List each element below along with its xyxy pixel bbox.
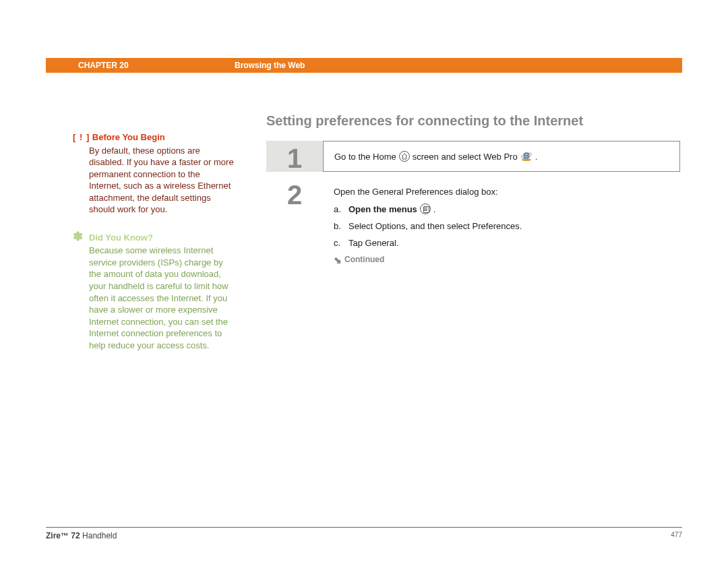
continued-label: Continued [344, 255, 384, 264]
before-you-begin-label: Before You Begin [92, 132, 165, 142]
step-2-number: 2 [287, 181, 302, 208]
sub-letter-b: b. [334, 221, 346, 231]
footer-rule [46, 527, 682, 528]
step-1-text: Go to the Home screen and select Web Pro… [334, 151, 669, 162]
did-you-know-content: Did You Know? Because some wireless Inte… [89, 232, 235, 351]
step-2-item-b: b. Select Options, and then select Prefe… [334, 221, 669, 231]
chapter-header: CHAPTER 20 Browsing the Web [46, 58, 682, 73]
step-2-intro: Open the General Preferences dialog box: [334, 187, 669, 197]
alert-brackets-icon: [ ! ] [73, 132, 90, 142]
step-2-row: 2 Open the General Preferences dialog bo… [266, 177, 680, 274]
chapter-title: Browsing the Web [235, 61, 682, 70]
sub-b-text: Select Options, and then select Preferen… [348, 221, 522, 231]
before-you-begin-heading: [ ! ] Before You Begin [73, 131, 235, 144]
main-content: Setting preferences for connecting to th… [266, 113, 680, 279]
step-2-sublist: a. Open the menus . b. Select Options, a… [334, 204, 669, 248]
webpro-icon [520, 151, 533, 162]
step-2-item-c: c. Tap General. [334, 238, 669, 248]
step-1-text-before: Go to the Home [334, 152, 396, 162]
chapter-label: CHAPTER 20 [46, 61, 235, 70]
product-rest: Handheld [80, 531, 117, 540]
menu-icon [420, 204, 431, 214]
before-you-begin-block: [ ! ] Before You Begin By default, these… [73, 131, 235, 216]
step-1-row: 1 Go to the Home screen and select Web P… [266, 141, 680, 172]
star-icon: ✽ [73, 230, 85, 243]
sub-c-text: Tap General. [348, 238, 398, 248]
step-1-text-after: . [535, 152, 538, 162]
home-icon [399, 151, 410, 162]
step-1-body: Go to the Home screen and select Web Pro… [323, 141, 680, 172]
sub-letter-a: a. [334, 204, 346, 214]
step-2-item-a: a. Open the menus . [334, 204, 669, 214]
did-you-know-block: ✽ Did You Know? Because some wireless In… [73, 232, 235, 351]
did-you-know-heading: Did You Know? [89, 232, 235, 244]
sub-letter-c: c. [334, 238, 346, 248]
did-you-know-body: Because some wireless Internet service p… [89, 245, 235, 351]
section-heading: Setting preferences for connecting to th… [266, 113, 680, 129]
continued-indicator: ⬊ Continued [334, 255, 669, 264]
step-2-number-cell: 2 [266, 177, 323, 274]
step-1-number: 1 [287, 145, 302, 172]
step-2-body: Open the General Preferences dialog box:… [323, 177, 680, 274]
step-1-text-mid: screen and select Web Pro [413, 152, 518, 162]
page-number: 477 [671, 531, 682, 540]
sub-a-after: . [433, 204, 436, 214]
sidebar: [ ! ] Before You Begin By default, these… [73, 131, 235, 351]
product-name: Zire™ 72 Handheld [46, 531, 117, 540]
step-1-number-cell: 1 [266, 141, 323, 172]
product-bold: Zire™ 72 [46, 531, 80, 540]
arrow-down-right-icon: ⬊ [334, 255, 342, 265]
page-footer: Zire™ 72 Handheld 477 [46, 531, 682, 540]
open-menus-link[interactable]: Open the menus [348, 204, 417, 214]
before-you-begin-body: By default, these options are disabled. … [89, 145, 235, 216]
